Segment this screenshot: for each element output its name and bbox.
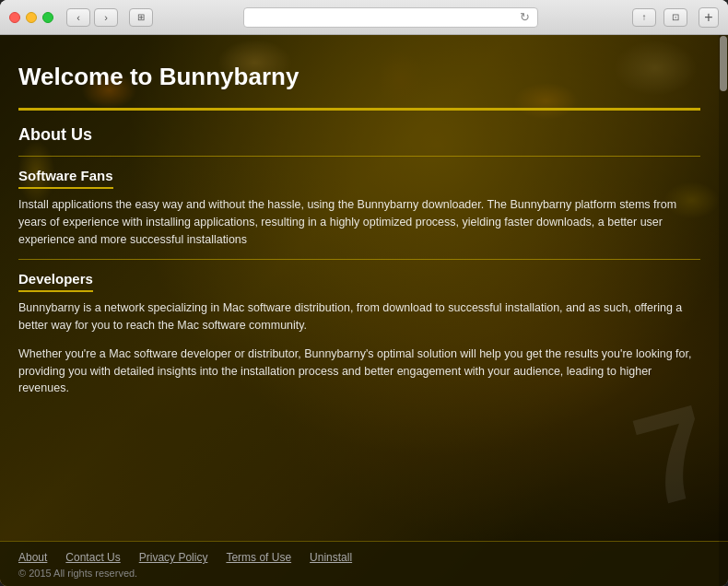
back-button[interactable]: ‹: [66, 8, 90, 27]
software-fans-body: Install applications the easy way and wi…: [18, 196, 700, 248]
footer-link-about[interactable]: About: [18, 551, 47, 564]
software-fans-title: Software Fans: [18, 168, 113, 189]
maximize-button[interactable]: [42, 12, 53, 23]
close-button[interactable]: [9, 12, 20, 23]
footer-links: About Contact Us Privacy Policy Terms of…: [18, 551, 710, 564]
about-us-title: About Us: [18, 125, 700, 145]
footer: About Contact Us Privacy Policy Terms of…: [0, 541, 728, 586]
minimize-button[interactable]: [26, 12, 37, 23]
footer-link-terms[interactable]: Terms of Use: [226, 551, 291, 564]
footer-link-contact[interactable]: Contact Us: [65, 551, 120, 564]
nav-buttons: ‹ ›: [66, 8, 118, 27]
browser-window: ‹ › ⊞ ↻ ↑ ⊡ + 7 Welcome to Bunnybarny Ab…: [0, 0, 728, 586]
reload-icon[interactable]: ↻: [520, 10, 530, 24]
tab-overview-button[interactable]: ⊞: [129, 8, 153, 27]
yellow-rule: [18, 108, 700, 111]
section-divider-2: [18, 259, 700, 260]
content-area: Welcome to Bunnybarny About Us Software …: [0, 35, 728, 586]
footer-link-privacy[interactable]: Privacy Policy: [139, 551, 208, 564]
titlebar: ‹ › ⊞ ↻ ↑ ⊡ +: [0, 0, 728, 35]
window-mode-button[interactable]: ⊡: [663, 8, 687, 27]
page-title: Welcome to Bunnybarny: [18, 53, 700, 99]
traffic-lights: [9, 12, 53, 23]
footer-copyright: © 2015 All rights reserved.: [18, 568, 710, 579]
address-bar[interactable]: ↻: [243, 7, 538, 28]
address-bar-container: ↻: [168, 7, 614, 28]
developers-body-2: Whether you're a Mac software developer …: [18, 346, 700, 397]
web-content: 7 Welcome to Bunnybarny About Us Softwar…: [0, 35, 728, 586]
add-tab-button[interactable]: +: [699, 7, 719, 28]
right-buttons: ↑ ⊡: [628, 8, 687, 27]
scrollbar-thumb[interactable]: [720, 36, 727, 91]
footer-link-uninstall[interactable]: Uninstall: [310, 551, 352, 564]
forward-button[interactable]: ›: [94, 8, 118, 27]
developers-body-1: Bunnybarny is a network specializing in …: [18, 299, 700, 334]
scrollbar-track[interactable]: [719, 35, 728, 586]
developers-title: Developers: [18, 271, 93, 292]
section-divider-1: [18, 156, 700, 157]
share-button[interactable]: ↑: [632, 8, 656, 27]
